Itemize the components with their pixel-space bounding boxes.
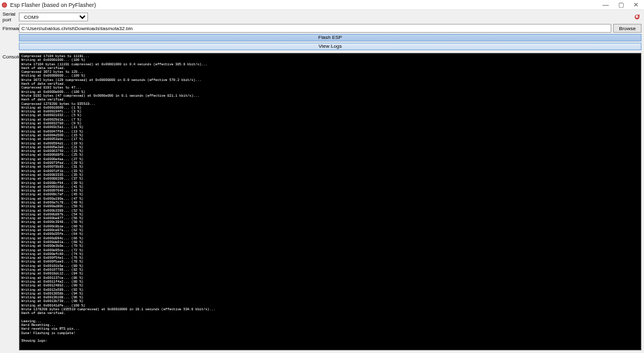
firmware-path-input[interactable] xyxy=(19,24,611,33)
console-output[interactable]: Compressed 17104 bytes to 11191... Writi… xyxy=(19,53,641,350)
serial-port-row: Serial port COM9 xyxy=(3,11,641,23)
title-bar: Esp Flasher (based on PyFlasher) — ▢ ✕ xyxy=(0,0,644,10)
serial-port-select[interactable]: COM9 xyxy=(19,13,88,21)
window-controls: — ▢ ✕ xyxy=(601,2,643,8)
minimize-button[interactable]: — xyxy=(601,2,610,8)
console-label: Console xyxy=(3,53,19,350)
svg-point-0 xyxy=(2,3,7,8)
maximize-button[interactable]: ▢ xyxy=(616,2,625,8)
view-logs-button[interactable]: View Logs xyxy=(19,43,641,50)
console-row: Console Compressed 17104 bytes to 11191.… xyxy=(0,52,644,353)
refresh-icon[interactable] xyxy=(633,13,641,21)
firmware-label: Firmware xyxy=(3,26,19,31)
close-button[interactable]: ✕ xyxy=(631,2,640,8)
window-title: Esp Flasher (based on PyFlasher) xyxy=(10,2,601,8)
app-icon xyxy=(1,2,8,8)
flash-button[interactable]: Flash ESP xyxy=(19,34,641,41)
form-area: Serial port COM9 Firmware Browse Flash E… xyxy=(0,10,644,52)
browse-button[interactable]: Browse xyxy=(613,24,641,33)
serial-port-label: Serial port xyxy=(3,11,19,23)
firmware-row: Firmware Browse xyxy=(3,24,641,33)
